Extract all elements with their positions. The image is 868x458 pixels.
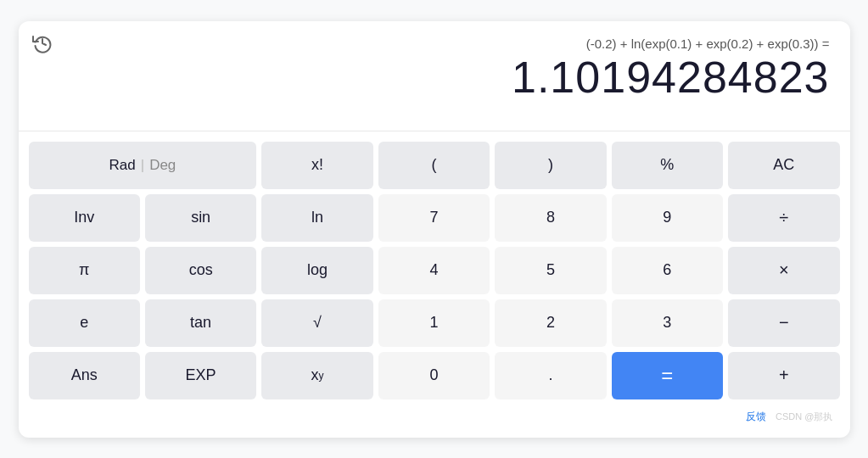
display-area: (-0.2) + ln(exp(0.1) + exp(0.2) + exp(0.… [19, 21, 850, 131]
5-button[interactable]: 5 [495, 247, 606, 294]
rad-deg-separator: | [141, 157, 144, 174]
inv-button[interactable]: Inv [29, 194, 140, 242]
percent-button[interactable]: % [612, 142, 723, 189]
csdn-label: CSDN @那执 [776, 411, 832, 422]
dot-button[interactable]: . [495, 352, 606, 399]
subtract-button[interactable]: − [728, 299, 839, 347]
result-display: 1.10194284823 [36, 52, 833, 102]
button-row-4: e tan √ 1 2 3 − [29, 299, 840, 347]
sin-button[interactable]: sin [145, 194, 256, 242]
divide-button[interactable]: ÷ [728, 194, 839, 242]
power-button[interactable]: xy [261, 352, 372, 399]
expression-display: (-0.2) + ln(exp(0.1) + exp(0.2) + exp(0.… [36, 31, 833, 52]
4-button[interactable]: 4 [378, 247, 490, 294]
button-row-5: Ans EXP xy 0 . = + [29, 352, 840, 399]
history-icon[interactable] [32, 33, 53, 59]
cos-button[interactable]: cos [145, 247, 256, 294]
buttons-area: Rad | Deg x! ( ) % AC Inv sin ln 7 8 9 ÷… [19, 131, 850, 403]
add-button[interactable]: + [728, 352, 839, 399]
e-button[interactable]: e [29, 299, 140, 347]
2-button[interactable]: 2 [495, 299, 606, 347]
pi-button[interactable]: π [29, 247, 140, 294]
power-sup: y [319, 370, 324, 382]
equals-button[interactable]: = [612, 352, 723, 399]
0-button[interactable]: 0 [378, 352, 490, 399]
7-button[interactable]: 7 [378, 194, 490, 242]
open-paren-button[interactable]: ( [378, 142, 490, 189]
3-button[interactable]: 3 [612, 299, 723, 347]
rad-deg-button[interactable]: Rad | Deg [29, 142, 257, 189]
exp-button[interactable]: EXP [145, 352, 256, 399]
ln-button[interactable]: ln [261, 194, 372, 242]
button-row-2: Inv sin ln 7 8 9 ÷ [29, 194, 840, 242]
power-base: x [311, 366, 319, 384]
feedback-link[interactable]: 反馈 [746, 411, 766, 422]
9-button[interactable]: 9 [612, 194, 723, 242]
ans-button[interactable]: Ans [29, 352, 140, 399]
6-button[interactable]: 6 [612, 247, 723, 294]
footer: 反馈 CSDN @那执 [19, 403, 850, 424]
clear-button[interactable]: AC [728, 142, 839, 189]
rad-label: Rad [109, 157, 136, 174]
button-row-3: π cos log 4 5 6 × [29, 247, 840, 294]
button-row-1: Rad | Deg x! ( ) % AC [29, 142, 840, 189]
log-button[interactable]: log [261, 247, 372, 294]
8-button[interactable]: 8 [495, 194, 606, 242]
factorial-button[interactable]: x! [261, 142, 372, 189]
deg-label: Deg [149, 157, 176, 174]
tan-button[interactable]: tan [145, 299, 256, 347]
sqrt-button[interactable]: √ [261, 299, 372, 347]
multiply-button[interactable]: × [728, 247, 839, 294]
close-paren-button[interactable]: ) [495, 142, 606, 189]
1-button[interactable]: 1 [378, 299, 490, 347]
calculator: (-0.2) + ln(exp(0.1) + exp(0.2) + exp(0.… [19, 21, 850, 438]
